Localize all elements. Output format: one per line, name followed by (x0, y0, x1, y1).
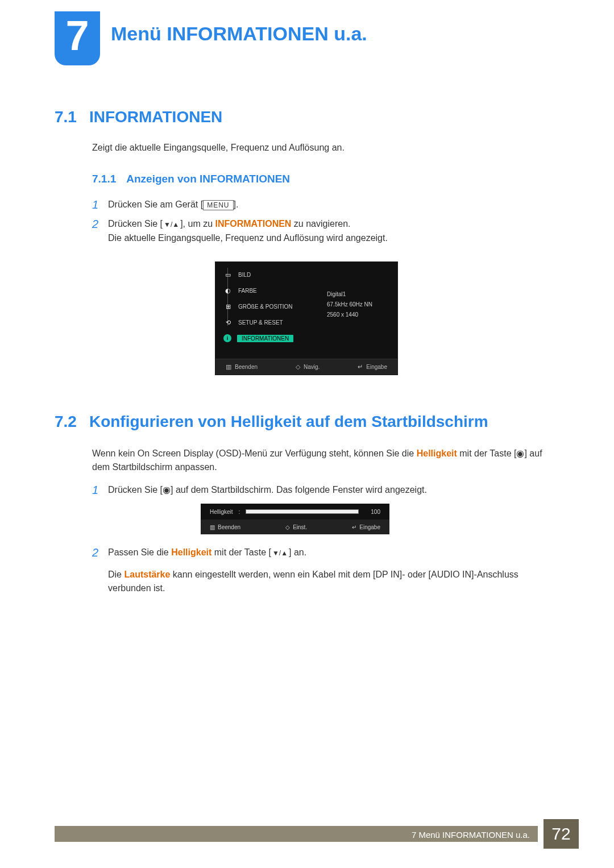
section-7-1-1-title: Anzeigen von INFORMATIONEN (126, 173, 290, 185)
s72-para-em: Helligkeit (417, 448, 457, 458)
menu-icon: ▥ (226, 363, 231, 370)
step2-line2: Die aktuelle Eingangsquelle, Frequenz un… (108, 233, 388, 243)
s72-para-a: Wenn kein On Screen Display (OSD)-Menü z… (92, 448, 417, 458)
s72-note-b: kann eingestellt werden, wenn ein Kabel … (108, 570, 518, 593)
s72-step2-em: Helligkeit (171, 547, 211, 557)
section-7-1-intro: Zeigt die aktuelle Eingangsquelle, Frequ… (92, 141, 559, 155)
color-icon: ◐ (223, 286, 233, 294)
chapter-tab: 7 (55, 11, 100, 65)
osd-item-bild: BILD (238, 272, 251, 278)
step2-emphasis: INFORMATIONEN (215, 219, 292, 229)
osd-footer-enter: ↵Eingabe (358, 363, 387, 371)
up-down-arrows-icon: ▼/▲ (163, 218, 180, 231)
step2-text-b: ], um zu (180, 219, 215, 229)
osd-item-farbe: FARBE (238, 288, 257, 294)
s72-note-a: Die (108, 570, 124, 579)
osd2-colon: : (239, 509, 240, 515)
menu-icon: ▥ (210, 524, 215, 530)
osd-info-freq: 67.5kHz 60Hz NN (327, 300, 389, 310)
nav-diamond-icon: ◇ (285, 524, 290, 530)
section-7-1-number: 7.1 (55, 108, 77, 126)
section-7-2-title: Konfigurieren von Helligkeit auf dem Sta… (89, 413, 488, 431)
enter-icon: ↵ (352, 524, 356, 530)
osd-info-signal: Digital1 (327, 289, 389, 300)
osd-footer-exit: ▥Beenden (226, 363, 258, 371)
picture-icon: ▭ (223, 271, 233, 279)
up-down-arrows-icon: ▼/▲ (271, 546, 289, 560)
brightness-slider (246, 509, 359, 514)
section-7-2-number: 7.2 (55, 413, 77, 431)
enter-icon: ↵ (358, 363, 363, 370)
size-position-icon: ⊞ (223, 302, 233, 310)
section-7-1-1-number: 7.1.1 (92, 173, 116, 185)
circle-button-icon: ◉ (516, 448, 524, 458)
step2-text-a: Drücken Sie [ (108, 219, 163, 229)
s72-step-number-1: 1 (92, 483, 100, 497)
s72-step2-body: Passen Sie die Helligkeit mit der Taste … (108, 546, 559, 595)
osd-footer-nav: ◇Navig. (296, 363, 320, 371)
s72-step1-b: ] auf dem Startbildschirm. Das folgende … (171, 485, 427, 495)
s72-step-number-2: 2 (92, 546, 100, 595)
step-1-body: Drücken Sie am Gerät [MENU]. (108, 198, 559, 211)
osd-info-res: 2560 x 1440 (327, 310, 389, 320)
osd-brightness-bar: Helligkeit : 100 ▥Beenden ◇Einst. ↵Einga… (201, 504, 389, 534)
setup-reset-icon: ⟲ (223, 318, 233, 326)
osd2-footer-adjust: ◇Einst. (285, 524, 307, 530)
osd-main-menu: ▭ BILD ◐ FARBE ⊞ GRÖßE & POSITION ⟲ SETU… (215, 261, 398, 375)
brightness-value: 100 (364, 509, 380, 515)
step-number-2: 2 (92, 217, 100, 245)
s72-step2-b: mit der Taste [ (211, 547, 271, 557)
osd2-footer-enter: ↵Eingabe (352, 524, 380, 530)
osd-info-panel: Digital1 67.5kHz 60Hz NN 2560 x 1440 (327, 289, 389, 320)
s72-step2-c: ] an. (289, 547, 306, 557)
section-7-1-title: INFORMATIONEN (89, 108, 222, 126)
s72-step1-body: Drücken Sie [◉] auf dem Startbildschirm.… (108, 483, 559, 497)
osd2-label: Helligkeit (210, 509, 233, 515)
step-2-body: Drücken Sie [▼/▲], um zu INFORMATIONEN z… (108, 217, 559, 245)
menu-button-label: MENU (203, 200, 233, 210)
step1-text-a: Drücken Sie am Gerät [ (108, 200, 203, 209)
step-number-1: 1 (92, 198, 100, 211)
osd2-footer-exit: ▥Beenden (210, 524, 240, 530)
step2-text-c: zu navigieren. (291, 219, 350, 229)
page-footer-text: 7 Menü INFORMATIONEN u.a. (412, 830, 530, 840)
chapter-title: Menü INFORMATIONEN u.a. (111, 23, 367, 45)
s72-para-b: mit der Taste [ (457, 448, 517, 458)
osd-item-setup: SETUP & RESET (238, 319, 283, 326)
section-7-2-para: Wenn kein On Screen Display (OSD)-Menü z… (92, 447, 559, 474)
nav-diamond-icon: ◇ (296, 363, 300, 370)
osd-item-groesse: GRÖßE & POSITION (238, 304, 293, 310)
circle-button-icon: ◉ (163, 485, 171, 495)
osd-item-informationen: INFORMATIONEN (237, 335, 293, 342)
s72-step2-a: Passen Sie die (108, 547, 171, 557)
page-number: 72 (544, 819, 579, 849)
info-icon: i (223, 334, 231, 342)
chapter-number: 7 (65, 15, 89, 57)
step1-text-b: ]. (234, 200, 239, 209)
osd-footer: ▥Beenden ◇Navig. ↵Eingabe (215, 359, 397, 375)
osd2-footer: ▥Beenden ◇Einst. ↵Eingabe (201, 520, 389, 534)
s72-step1-a: Drücken Sie [ (108, 485, 163, 495)
s72-note-em: Lautstärke (124, 570, 170, 579)
